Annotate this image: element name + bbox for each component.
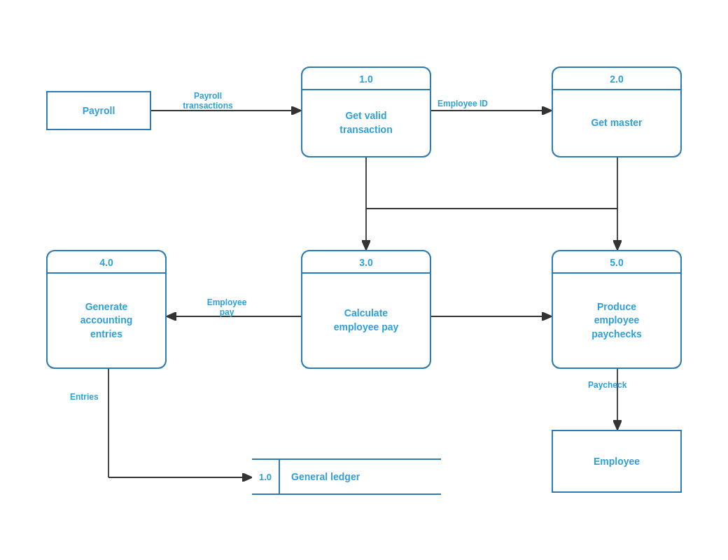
process-5-label: Produceemployeepaychecks [553,274,680,368]
process-3-number: 3.0 [302,251,430,274]
arrow-label-payroll-transactions: Payroll transactions [173,91,243,111]
arrow-label-paycheck: Paycheck [588,380,626,390]
process-4-label: Generateaccountingentries [48,274,165,368]
arrow-label-employee-id: Employee ID [438,99,488,108]
payroll-label: Payroll [83,105,115,116]
process-1-label: Get validtransaction [302,90,430,156]
employee-label: Employee [594,456,640,467]
process-1-number: 1.0 [302,68,430,90]
process-5-number: 5.0 [553,251,680,274]
payroll-entity: Payroll [46,91,151,130]
general-ledger-store: 1.0 General ledger [252,458,441,495]
process-5: 5.0 Produceemployeepaychecks [552,250,682,369]
ledger-id: 1.0 [252,460,280,493]
process-2-label: Get master [553,90,680,156]
arrow-label-employee-pay: Employeepay [199,298,255,317]
employee-entity: Employee [552,430,682,493]
process-4: 4.0 Generateaccountingentries [46,250,167,369]
diagram: Payroll 1.0 Get validtransaction 2.0 Get… [0,0,728,560]
process-3: 3.0 Calculateemployee pay [301,250,431,369]
process-3-label: Calculateemployee pay [302,274,430,368]
ledger-label: General ledger [280,471,371,482]
process-4-number: 4.0 [48,251,165,274]
process-1: 1.0 Get validtransaction [301,66,431,158]
process-2-number: 2.0 [553,68,680,90]
process-2: 2.0 Get master [552,66,682,158]
arrow-label-entries: Entries [70,392,99,402]
